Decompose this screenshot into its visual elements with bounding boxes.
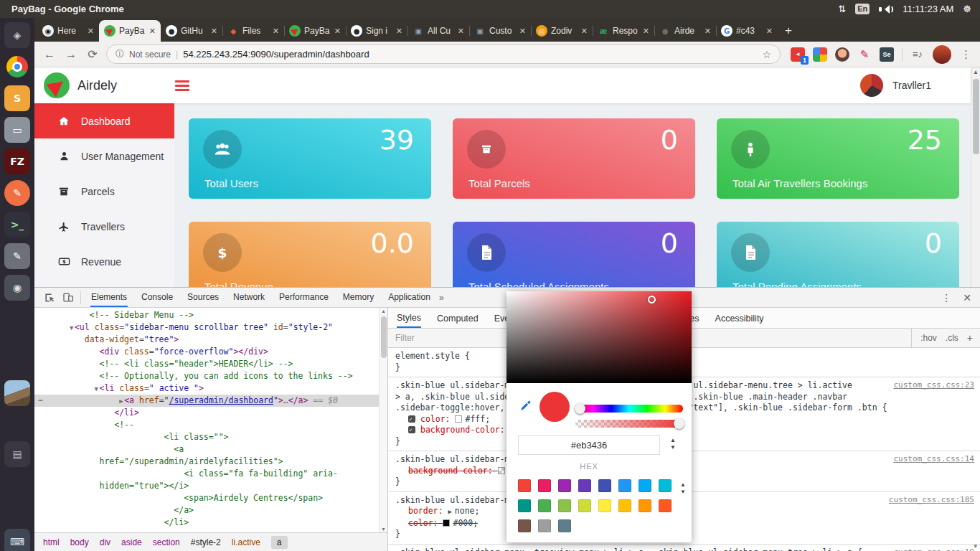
network-arrows-icon[interactable]: ⇅ bbox=[838, 4, 846, 14]
elements-code-line[interactable]: </li> bbox=[34, 517, 379, 529]
palette-swatch-8bc34a[interactable] bbox=[558, 499, 571, 512]
expand-shorthand-icon[interactable]: ▶ bbox=[448, 508, 451, 515]
css-selector[interactable]: .skin-blue ul.sidebar-menu .treeview-men… bbox=[395, 547, 974, 551]
back-button[interactable]: ← bbox=[42, 48, 57, 61]
scroll-thumb[interactable] bbox=[973, 79, 979, 154]
chrome-icon[interactable] bbox=[4, 54, 30, 80]
extension-red-icon[interactable]: ◄1 bbox=[791, 47, 805, 62]
devtools-tab-console[interactable]: Console bbox=[141, 288, 174, 307]
palette-swatch-4caf50[interactable] bbox=[538, 499, 551, 512]
sidebar-item-parcels[interactable]: Parcels bbox=[34, 174, 174, 209]
format-spinner[interactable]: ▲▼ bbox=[670, 437, 676, 451]
screenshot-icon[interactable]: ◉ bbox=[4, 275, 30, 301]
palette-swatch-673ab7[interactable] bbox=[578, 479, 591, 492]
styles-tab-computed[interactable]: Computed bbox=[437, 309, 479, 327]
extension-shield-icon[interactable] bbox=[813, 47, 827, 62]
breadcrumb-a[interactable]: a bbox=[271, 536, 288, 549]
breadcrumb-liactive[interactable]: li.active bbox=[232, 537, 260, 547]
forward-button[interactable]: → bbox=[63, 48, 79, 61]
palette-swatch-9e9e9e[interactable] bbox=[538, 519, 551, 532]
devtools-close-icon[interactable]: ✕ bbox=[963, 292, 971, 303]
stylesheet-link[interactable]: custom_css.css:10 bbox=[893, 547, 974, 551]
elements-code-line[interactable]: hidden="true"></i> bbox=[34, 480, 379, 492]
breadcrumb-section[interactable]: section bbox=[153, 537, 180, 547]
elements-code-line[interactable]: <!-- <li class="header">HEADER</li> --> bbox=[34, 358, 379, 370]
keyboard-icon[interactable]: ⌨ bbox=[4, 529, 30, 551]
terminal-icon[interactable]: >_ bbox=[4, 212, 30, 237]
palette-swatch-ff5722[interactable] bbox=[659, 499, 672, 512]
clock[interactable]: 11:11:23 AM bbox=[903, 4, 953, 14]
color-swatch-icon[interactable] bbox=[455, 415, 462, 423]
more-tabs-icon[interactable]: » bbox=[439, 293, 444, 303]
palette-swatch-795548[interactable] bbox=[518, 519, 531, 532]
elements-code-line[interactable]: href="/superadmin/airdelyfacilities"> bbox=[34, 456, 379, 468]
device-toolbar-icon[interactable] bbox=[59, 292, 77, 303]
reload-button[interactable]: ⟳ bbox=[85, 47, 100, 61]
browser-tab-11[interactable]: ●Airde✕ bbox=[654, 20, 716, 42]
elements-code-line[interactable]: <i class="fa fa-building" aria- bbox=[34, 468, 379, 480]
browser-tab-9[interactable]: ◎Zodiv✕ bbox=[531, 20, 593, 42]
palette-swatch-00bcd4[interactable] bbox=[659, 479, 672, 492]
playlist-icon[interactable]: ≡♪ bbox=[910, 47, 925, 62]
brand[interactable]: Airdely bbox=[34, 72, 169, 98]
browser-tab-7[interactable]: ▣All Cu✕ bbox=[407, 20, 469, 42]
class-toggle[interactable]: .cls bbox=[946, 333, 958, 343]
palette-swatch-f44336[interactable] bbox=[518, 479, 531, 492]
color-swatch-icon[interactable] bbox=[443, 519, 450, 527]
palette-swatch-607d8b[interactable] bbox=[558, 519, 571, 532]
browser-tab-4[interactable]: ◆Files✕ bbox=[222, 20, 284, 42]
elements-code-line[interactable]: </li> bbox=[34, 407, 379, 419]
breadcrumb-html[interactable]: html bbox=[43, 537, 60, 547]
volume-icon[interactable] bbox=[879, 4, 893, 14]
gimp-icon[interactable]: ✎ bbox=[4, 180, 30, 206]
browser-menu-icon[interactable]: ⋮ bbox=[959, 48, 973, 61]
elements-code-line[interactable]: <!-- Sidebar Menu --> bbox=[34, 309, 379, 321]
elements-code-line[interactable]: <!-- bbox=[34, 419, 379, 431]
tab-close-icon[interactable]: ✕ bbox=[88, 27, 94, 36]
alpha-handle[interactable] bbox=[674, 418, 684, 429]
elements-code-line[interactable]: </a> bbox=[34, 504, 379, 517]
url-text[interactable]: 54.225.243.254:9090/superadmin/dashboard bbox=[183, 49, 757, 60]
elements-code-line[interactable]: ▼<li class=" active "> bbox=[34, 382, 379, 395]
breadcrumb-div[interactable]: div bbox=[100, 537, 110, 547]
sidebar-item-revenue[interactable]: $Revenue bbox=[34, 244, 174, 279]
sidebar-item-travellers[interactable]: Travellers bbox=[34, 209, 174, 244]
alpha-slider[interactable] bbox=[575, 420, 683, 428]
tab-close-icon[interactable]: ✕ bbox=[334, 27, 341, 36]
orange-app-icon[interactable]: S bbox=[4, 85, 30, 111]
browser-tab-3[interactable]: ●GitHu✕ bbox=[161, 20, 222, 42]
elements-code-line[interactable]: <li class=""> bbox=[34, 431, 379, 443]
browser-tab-2[interactable]: PayBa✕ bbox=[99, 20, 161, 42]
browser-tab-8[interactable]: ▣Custo✕ bbox=[469, 20, 531, 42]
browser-tab-12[interactable]: G#c43✕ bbox=[716, 20, 778, 42]
filter-input[interactable]: Filter bbox=[395, 333, 415, 343]
palette-swatch-009688[interactable] bbox=[518, 499, 531, 512]
software-center-icon[interactable]: ▤ bbox=[4, 441, 30, 467]
inspect-element-icon[interactable] bbox=[40, 292, 59, 303]
property-checkbox-icon[interactable] bbox=[408, 415, 415, 423]
breadcrumb-style-2[interactable]: #style-2 bbox=[191, 537, 221, 547]
tab-close-icon[interactable]: ✕ bbox=[211, 27, 217, 36]
pseudo-state-toggle[interactable]: :hov bbox=[920, 333, 937, 343]
palette-swatch-cddc39[interactable] bbox=[578, 499, 591, 512]
scroll-thumb[interactable] bbox=[381, 316, 387, 358]
tab-close-icon[interactable]: ✕ bbox=[766, 27, 773, 36]
sidebar-item-dashboard[interactable]: Dashboard bbox=[34, 103, 174, 138]
browser-tab-1[interactable]: ◉Here✕ bbox=[37, 20, 99, 42]
elements-scrollbar[interactable]: ▲ ▼ bbox=[379, 308, 387, 532]
tab-close-icon[interactable]: ✕ bbox=[149, 27, 156, 36]
line-overflow-icon[interactable]: ⋯ bbox=[38, 395, 42, 407]
filezilla-icon[interactable]: FZ bbox=[4, 149, 30, 174]
devtools-tab-network[interactable]: Network bbox=[232, 288, 265, 307]
property-checkbox-icon[interactable] bbox=[408, 426, 415, 433]
stylesheet-link[interactable]: custom_css.css:185 bbox=[889, 495, 974, 504]
tab-close-icon[interactable]: ✕ bbox=[581, 27, 588, 36]
tab-close-icon[interactable]: ✕ bbox=[273, 27, 279, 36]
styles-tab-styles[interactable]: Styles bbox=[397, 308, 421, 328]
extension-avatar-icon[interactable] bbox=[835, 47, 849, 62]
hex-value-input[interactable] bbox=[518, 435, 660, 455]
devtools-tab-performance[interactable]: Performance bbox=[278, 288, 329, 307]
palette-swatch-e91e63[interactable] bbox=[538, 479, 551, 492]
tab-close-icon[interactable]: ✕ bbox=[396, 27, 402, 36]
gradient-handle[interactable] bbox=[648, 296, 656, 303]
